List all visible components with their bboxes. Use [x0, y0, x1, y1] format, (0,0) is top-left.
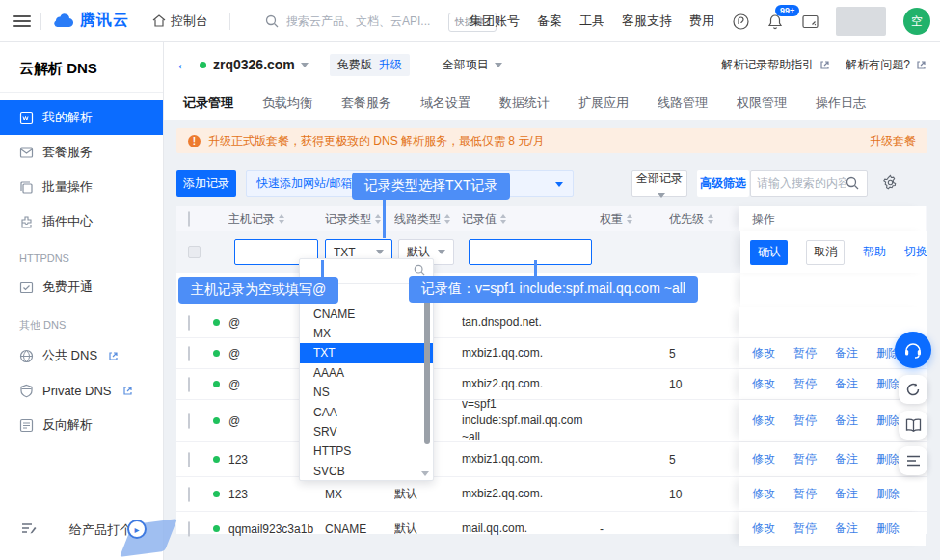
col-header-host[interactable]: 主机记录 [228, 211, 325, 227]
col-header-value[interactable]: 记录值 [462, 211, 600, 227]
pause-link[interactable]: 暂停 [793, 345, 817, 361]
dropdown-option-txt[interactable]: TXT [300, 343, 433, 362]
row-checkbox[interactable] [188, 346, 190, 361]
dropdown-option-cname[interactable]: CNAME [300, 304, 433, 323]
chevron-down-icon[interactable] [301, 63, 309, 67]
switch-button[interactable]: 切换 [904, 244, 927, 260]
customer-service-button[interactable] [895, 332, 931, 368]
select-all-checkbox[interactable] [188, 211, 190, 227]
confirm-button[interactable]: 确认 [750, 240, 788, 265]
pause-link[interactable]: 暂停 [793, 520, 817, 537]
remark-link[interactable]: 备注 [835, 486, 858, 502]
sort-icon[interactable] [375, 214, 381, 224]
tab-statistics[interactable]: 数据统计 [499, 94, 550, 112]
tab-extensions[interactable]: 扩展应用 [578, 94, 629, 112]
tab-logs[interactable]: 操作日志 [816, 94, 866, 112]
tab-line-management[interactable]: 线路管理 [658, 94, 708, 112]
collapse-list-button[interactable] [899, 446, 927, 475]
sort-icon[interactable] [500, 214, 506, 224]
domain-name[interactable]: zrq0326.com [213, 57, 295, 72]
record-filter-select[interactable]: 全部记录 [631, 170, 687, 197]
upgrade-plan-link[interactable]: 升级套餐 [870, 133, 916, 149]
back-icon[interactable]: ← [175, 55, 192, 74]
delete-link[interactable]: 删除 [876, 486, 900, 502]
modify-link[interactable]: 修改 [752, 451, 775, 467]
row-checkbox[interactable] [188, 452, 190, 467]
modify-link[interactable]: 修改 [752, 520, 775, 537]
product-feedback[interactable]: 给产品打个分 ▸ [0, 514, 164, 547]
tab-packages[interactable]: 套餐服务 [341, 94, 391, 112]
avatar[interactable]: 空 [903, 8, 930, 35]
sidebar-item-private-dns[interactable]: Private DNS [0, 373, 163, 408]
tab-load-balance[interactable]: 负载均衡 [262, 94, 312, 112]
remark-link[interactable]: 备注 [835, 451, 858, 467]
delete-link[interactable]: 删除 [876, 520, 900, 537]
console-link[interactable]: 控制台 [152, 13, 208, 30]
ticket-panel-icon[interactable] [801, 13, 819, 30]
sort-icon[interactable] [708, 214, 713, 224]
tencent-cloud-logo[interactable]: 腾讯云 [51, 11, 129, 31]
tab-records[interactable]: 记录管理 [183, 94, 233, 112]
sort-icon[interactable] [444, 214, 450, 224]
project-select[interactable]: 全部项目 [443, 57, 502, 73]
sidebar-item-packages[interactable]: 套餐服务 [0, 135, 163, 170]
sidebar-item-plugins[interactable]: 插件中心 [0, 204, 163, 239]
nav-support[interactable]: 客服支持 [622, 13, 672, 30]
record-value-input[interactable] [469, 239, 592, 265]
col-header-priority[interactable]: 优先级 [669, 211, 739, 227]
refresh-button[interactable] [899, 375, 927, 404]
pause-link[interactable]: 暂停 [793, 413, 817, 429]
docs-button[interactable] [899, 411, 927, 440]
sort-icon[interactable] [279, 214, 284, 224]
remark-link[interactable]: 备注 [835, 345, 858, 361]
column-settings-gear-icon[interactable] [882, 174, 899, 194]
modify-link[interactable]: 修改 [752, 486, 775, 502]
pause-link[interactable]: 暂停 [793, 451, 817, 467]
remark-link[interactable]: 备注 [835, 376, 858, 392]
pause-link[interactable]: 暂停 [793, 486, 817, 502]
sidebar-item-reverse-dns[interactable]: 反向解析 [0, 408, 163, 442]
workorder-icon[interactable] [732, 13, 749, 30]
dropdown-option-https[interactable]: HTTPS [300, 441, 433, 461]
remark-link[interactable]: 备注 [835, 413, 858, 429]
nav-icp[interactable]: 备案 [537, 13, 562, 30]
sidebar-item-my-dns[interactable]: 我的解析 [0, 100, 163, 135]
pause-link[interactable]: 暂停 [793, 376, 817, 392]
plan-upgrade-link[interactable]: 升级 [379, 57, 402, 73]
add-record-button[interactable]: 添加记录 [176, 170, 236, 197]
dropdown-option-ns[interactable]: NS [300, 383, 433, 402]
nav-tools[interactable]: 工具 [579, 13, 604, 30]
sort-icon[interactable] [627, 214, 632, 224]
sidebar-item-batch[interactable]: 批量操作 [0, 170, 163, 204]
nav-group-account[interactable]: 集团账号 [470, 13, 520, 30]
help-question-link[interactable]: 解析有问题? [846, 57, 927, 73]
tab-permissions[interactable]: 权限管理 [737, 94, 787, 112]
help-button[interactable]: 帮助 [863, 244, 886, 260]
search-icon[interactable] [846, 176, 859, 190]
dropdown-scrollbar[interactable] [424, 290, 430, 444]
nav-billing[interactable]: 费用 [689, 13, 714, 30]
tab-domain-settings[interactable]: 域名设置 [420, 94, 470, 112]
row-checkbox[interactable] [188, 315, 190, 331]
dropdown-option-svcb[interactable]: SVCB [300, 462, 433, 481]
cancel-button[interactable]: 取消 [806, 240, 845, 265]
advanced-filter-button[interactable]: 高级筛选 [697, 170, 749, 197]
notifications-bell[interactable]: 99+ [766, 13, 784, 30]
row-checkbox[interactable] [188, 487, 190, 502]
dropdown-option-srv[interactable]: SRV [300, 422, 433, 441]
modify-link[interactable]: 修改 [752, 345, 775, 361]
col-header-line[interactable]: 线路类型 [394, 211, 462, 227]
sidebar-item-public-dns[interactable]: 公共 DNS [0, 338, 163, 373]
dropdown-option-mx[interactable]: MX [300, 324, 433, 343]
remark-link[interactable]: 备注 [835, 520, 858, 537]
sidebar-item-free-activate[interactable]: 免费开通 [0, 270, 163, 305]
dropdown-option-caa[interactable]: CAA [300, 402, 433, 421]
row-checkbox[interactable] [188, 521, 190, 537]
menu-icon[interactable] [13, 15, 31, 27]
dropdown-option-aaaa[interactable]: AAAA [300, 363, 433, 383]
help-guide-link[interactable]: 解析记录帮助指引 [721, 57, 830, 73]
row-checkbox[interactable] [188, 377, 190, 392]
record-search[interactable] [750, 170, 868, 197]
record-search-input[interactable] [757, 176, 846, 190]
row-checkbox[interactable] [188, 413, 190, 429]
